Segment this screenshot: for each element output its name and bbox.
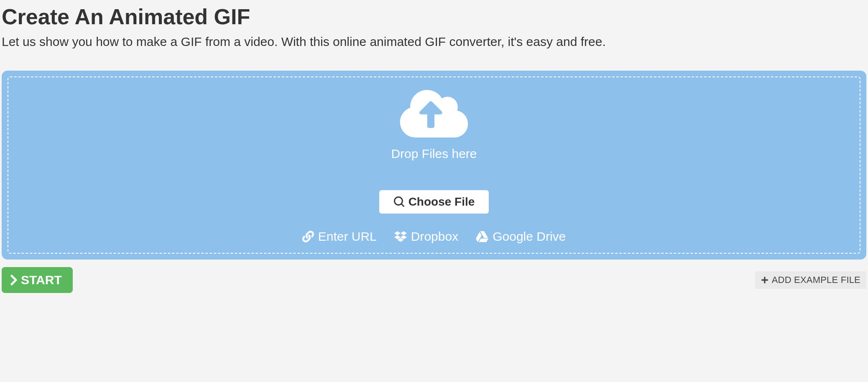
page-subtitle: Let us show you how to make a GIF from a…	[2, 33, 866, 51]
enter-url-button[interactable]: Enter URL	[302, 229, 377, 244]
file-dropzone[interactable]: Drop Files here Choose File Enter URL	[2, 71, 866, 260]
google-drive-button[interactable]: Google Drive	[476, 229, 566, 244]
drop-files-label: Drop Files here	[391, 147, 477, 161]
dropbox-label: Dropbox	[411, 229, 458, 244]
google-drive-label: Google Drive	[493, 229, 566, 244]
dropbox-button[interactable]: Dropbox	[394, 229, 458, 244]
start-label: START	[21, 273, 62, 287]
add-example-file-button[interactable]: ADD EXAMPLE FILE	[755, 271, 866, 289]
action-row: START ADD EXAMPLE FILE	[2, 267, 866, 293]
link-icon	[302, 231, 314, 242]
dropzone-frame: Drop Files here Choose File Enter URL	[8, 76, 860, 254]
start-button[interactable]: START	[2, 267, 73, 293]
dropbox-icon	[394, 230, 407, 243]
choose-file-label: Choose File	[408, 195, 475, 209]
enter-url-label: Enter URL	[318, 229, 377, 244]
alternate-sources: Enter URL Dropbox Google Drive	[8, 229, 860, 244]
search-icon	[393, 196, 404, 207]
chevron-right-icon	[9, 274, 18, 286]
plus-icon	[761, 276, 768, 284]
add-example-file-label: ADD EXAMPLE FILE	[772, 275, 860, 285]
cloud-upload-icon	[398, 87, 470, 141]
google-drive-icon	[476, 230, 488, 243]
page-title: Create An Animated GIF	[2, 4, 866, 29]
choose-file-button[interactable]: Choose File	[379, 190, 489, 214]
